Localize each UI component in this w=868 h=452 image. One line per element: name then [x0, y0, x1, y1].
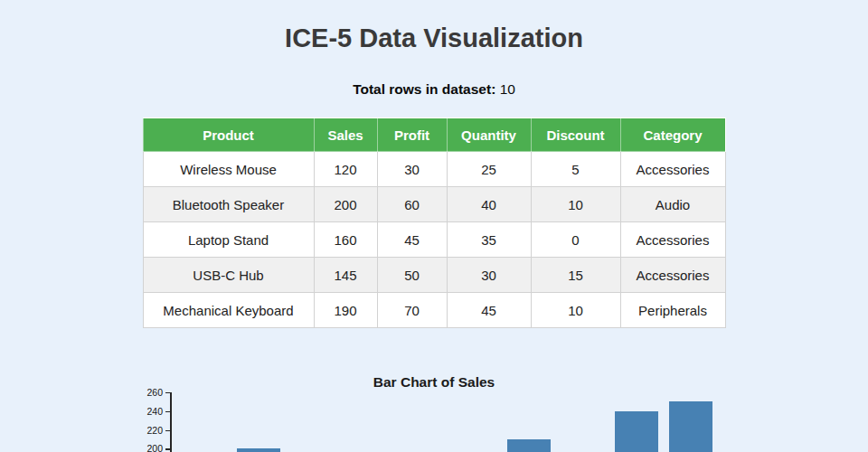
y-axis-tick — [165, 411, 170, 412]
table-cell: Accessories — [620, 222, 725, 258]
table-row: Bluetooth Speaker 200 60 40 10 Audio — [143, 187, 725, 222]
table-cell: 45 — [377, 222, 447, 258]
table-cell: Mechanical Keyboard — [143, 293, 314, 328]
table-row: Laptop Stand 160 45 35 0 Accessories — [143, 222, 725, 258]
table-cell: Peripherals — [620, 293, 725, 328]
table-cell: Accessories — [620, 152, 725, 187]
y-axis-tick — [165, 448, 170, 449]
table-cell: 25 — [447, 152, 531, 187]
table-cell: Audio — [620, 187, 725, 222]
y-axis-tick-label: 220 — [130, 425, 163, 436]
table-cell: 160 — [314, 222, 377, 258]
dataset-summary-label: Total rows in dataset: — [353, 81, 495, 97]
bar-chart: Bar Chart of Sales 260240220200 — [0, 367, 868, 452]
y-axis-tick-label: 260 — [130, 387, 163, 398]
bar — [237, 448, 280, 452]
table-cell: Laptop Stand — [143, 222, 314, 258]
table-cell: 120 — [314, 152, 377, 187]
table-cell: 145 — [314, 258, 377, 293]
table-cell: 5 — [531, 152, 620, 187]
table-cell: 60 — [377, 187, 447, 222]
table-cell: 70 — [377, 293, 447, 328]
column-header-product: Product — [143, 118, 314, 152]
table-cell: 15 — [531, 258, 620, 293]
dataset-summary-value: 10 — [500, 81, 515, 97]
column-header-category: Category — [620, 118, 725, 152]
table-cell: 35 — [447, 222, 531, 258]
table-row: Wireless Mouse 120 30 25 5 Accessories — [143, 152, 725, 187]
column-header-quantity: Quantity — [447, 118, 531, 152]
bar — [669, 401, 712, 452]
y-axis-tick — [165, 392, 170, 393]
dataset-summary: Total rows in dataset: 10 — [0, 81, 868, 97]
table-cell: 30 — [447, 258, 531, 293]
table-cell: Bluetooth Speaker — [143, 187, 314, 222]
table-cell: Accessories — [620, 258, 725, 293]
table-cell: 10 — [531, 187, 620, 222]
bar-chart-plot: 260240220200 — [0, 367, 868, 452]
table-cell: 40 — [447, 187, 531, 222]
y-axis-line — [170, 392, 172, 452]
data-table: Product Sales Profit Quantity Discount C… — [143, 118, 726, 328]
column-header-profit: Profit — [377, 118, 447, 152]
table-row: USB-C Hub 145 50 30 15 Accessories — [143, 258, 725, 293]
table-header-row: Product Sales Profit Quantity Discount C… — [143, 118, 725, 152]
table-cell: USB-C Hub — [143, 258, 314, 293]
bar — [615, 411, 658, 452]
table-cell: 30 — [377, 152, 447, 187]
bar — [507, 439, 551, 452]
table-cell: 190 — [314, 293, 377, 328]
page-title: ICE-5 Data Visualization — [0, 24, 868, 53]
table-cell: 0 — [531, 222, 620, 258]
column-header-discount: Discount — [531, 118, 620, 152]
y-axis-tick — [165, 430, 170, 431]
table-cell: 200 — [314, 187, 377, 222]
table-row: Mechanical Keyboard 190 70 45 10 Periphe… — [143, 293, 725, 328]
y-axis-tick-label: 240 — [130, 406, 163, 417]
column-header-sales: Sales — [314, 118, 377, 152]
y-axis-tick-label: 200 — [130, 443, 163, 452]
table-cell: Wireless Mouse — [143, 152, 314, 187]
table-cell: 10 — [531, 293, 620, 328]
table-cell: 50 — [377, 258, 447, 293]
table-cell: 45 — [447, 293, 531, 328]
